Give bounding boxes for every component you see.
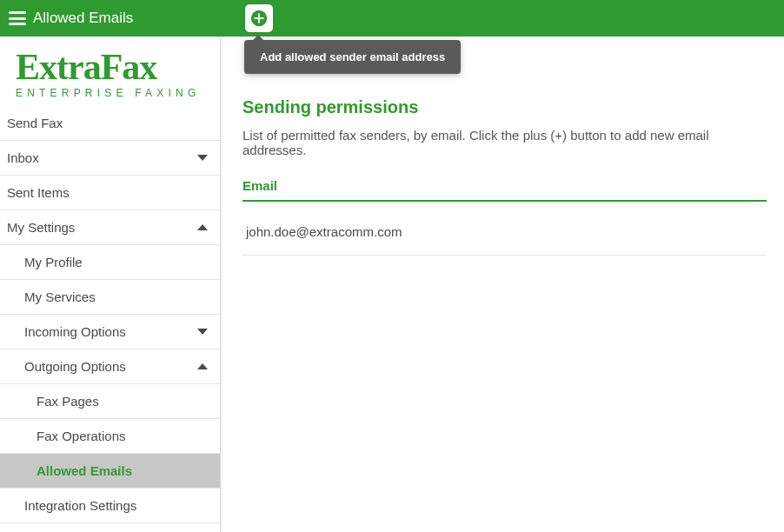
sidebar-item-fax-pages[interactable]: Fax Pages (0, 384, 220, 419)
chevron-up-icon (197, 363, 208, 369)
hamburger-icon[interactable] (9, 11, 26, 25)
sidebar-item-label: Inbox (7, 150, 39, 165)
sidebar-item-my-profile[interactable]: My Profile (0, 245, 220, 280)
logo-subtitle: ENTERPRISE FAXING (16, 87, 204, 99)
sidebar-item-label: My Settings (7, 220, 75, 235)
sidebar-item-sent-items[interactable]: Sent Items (0, 176, 220, 210)
main-content: Sending permissions List of permitted fa… (221, 37, 784, 532)
sidebar-item-inbox[interactable]: Inbox (0, 141, 220, 176)
chevron-up-icon (197, 224, 208, 230)
sidebar-item-label: Integration Settings (24, 498, 136, 513)
sidebar-item-my-services[interactable]: My Services (0, 280, 220, 315)
add-button[interactable] (245, 4, 273, 32)
sidebar-item-label: Fax Operations (37, 429, 126, 443)
svg-rect-2 (255, 17, 264, 19)
sidebar-item-label: Fax Pages (37, 394, 99, 409)
logo: ExtraFax ENTERPRISE FAXING (0, 37, 220, 106)
sidebar-item-integration-settings[interactable]: Integration Settings (0, 489, 220, 523)
sidebar-item-label: Incoming Options (24, 324, 126, 339)
column-underline (243, 200, 767, 202)
sidebar-item-label: Allowed Emails (37, 463, 132, 478)
topbar: Allowed Emails (0, 0, 784, 37)
table-row[interactable]: john.doe@extracomm.com (243, 217, 767, 256)
sidebar-item-allowed-emails[interactable]: Allowed Emails (0, 454, 220, 489)
plus-circle-icon (249, 9, 269, 28)
section-heading: Sending permissions (243, 97, 767, 117)
sidebar-item-label: Outgoing Options (24, 359, 126, 374)
sidebar-item-fax-operations[interactable]: Fax Operations (0, 419, 220, 454)
sidebar-item-label: Send Fax (7, 116, 63, 130)
email-cell: john.doe@extracomm.com (246, 224, 402, 239)
chevron-down-icon (197, 329, 208, 335)
sidebar-item-label: Sent Items (7, 185, 70, 200)
section-description: List of permitted fax senders, by email.… (243, 128, 767, 157)
sidebar-item-outgoing-options[interactable]: Outgoing Options (0, 349, 220, 384)
column-header-email: Email (243, 178, 767, 200)
sidebar-item-incoming-options[interactable]: Incoming Options (0, 315, 220, 349)
chevron-down-icon (197, 155, 208, 161)
sidebar: ExtraFax ENTERPRISE FAXING Send Fax Inbo… (0, 37, 221, 532)
logo-main: ExtraFax (16, 49, 204, 85)
page-title: Allowed Emails (33, 10, 133, 27)
sidebar-item-label: My Services (24, 289, 96, 304)
sidebar-item-label: My Profile (24, 255, 83, 269)
sidebar-item-my-settings[interactable]: My Settings (0, 210, 220, 245)
sidebar-item-send-fax[interactable]: Send Fax (0, 106, 220, 141)
layout: ExtraFax ENTERPRISE FAXING Send Fax Inbo… (0, 37, 784, 532)
